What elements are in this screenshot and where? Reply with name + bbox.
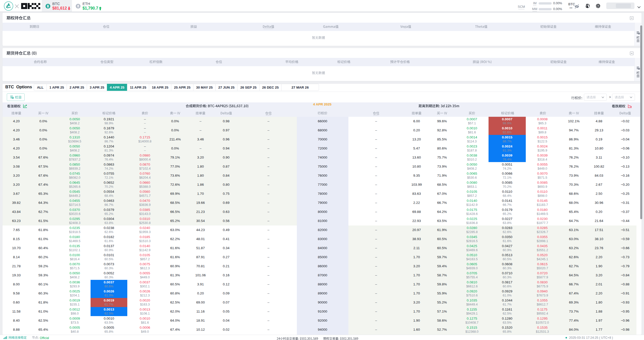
svg-text:B: B — [47, 5, 49, 8]
svg-text:e: e — [9, 6, 9, 7]
